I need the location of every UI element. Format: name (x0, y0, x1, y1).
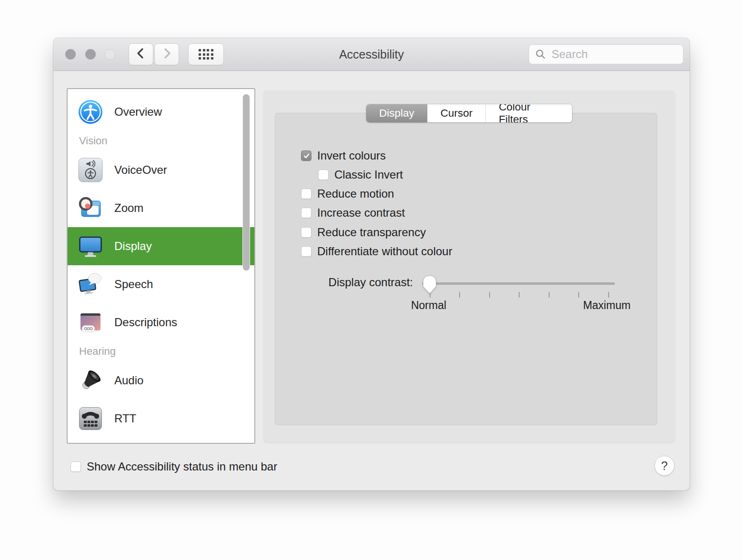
tab-cursor[interactable]: Cursor (427, 104, 486, 122)
sidebar-item-speech[interactable]: Speech (68, 265, 254, 303)
checkbox-row-invert-colours: Invert colours (301, 146, 386, 165)
speech-icon (78, 272, 103, 297)
sidebar-item-label: VoiceOver (114, 163, 167, 177)
display-contrast-slider-track[interactable] (422, 282, 615, 285)
tab-colour-filters[interactable]: Colour Filters (485, 104, 572, 122)
sidebar-item-display[interactable]: Display (68, 227, 254, 265)
tab-label: Display (379, 107, 414, 120)
checkbox-row-classic-invert: Classic Invert (318, 165, 403, 184)
sidebar-item-label: Speech (114, 278, 153, 291)
checkmark-icon (303, 152, 310, 160)
display-settings-panel: Invert colours Classic Invert Reduce mot… (263, 90, 675, 442)
tab-content-box: Invert colours Classic Invert Reduce mot… (275, 113, 657, 425)
checkbox-label: Reduce transparency (317, 226, 426, 239)
search-field[interactable] (529, 44, 683, 64)
classic-invert-checkbox[interactable] (318, 170, 329, 180)
sidebar-item-label: Display (114, 240, 152, 253)
descriptions-icon (78, 310, 103, 335)
slider-tick (549, 292, 550, 298)
display-contrast-label: Display contrast: (329, 276, 413, 289)
tab-label: Cursor (441, 107, 473, 120)
display-icon (78, 234, 103, 259)
footer-status-row: Show Accessibility status in menu bar (70, 460, 277, 473)
checkbox-row-reduce-motion: Reduce motion (301, 184, 394, 203)
increase-contrast-checkbox[interactable] (301, 208, 311, 218)
show-accessibility-status-checkbox[interactable] (70, 461, 81, 472)
accessibility-overview-icon (78, 100, 103, 124)
slider-tick (578, 292, 579, 298)
sidebar-item-label: RTT (114, 412, 136, 425)
footer-status-label: Show Accessibility status in menu bar (87, 460, 277, 473)
checkbox-row-increase-contrast: Increase contrast (301, 203, 405, 222)
checkbox-label: Differentiate without colour (317, 245, 452, 258)
question-mark-icon: ? (661, 459, 668, 473)
slider-tick (459, 292, 460, 298)
rtt-icon (78, 406, 103, 431)
differentiate-without-colour-checkbox[interactable] (301, 246, 311, 257)
audio-icon (78, 368, 103, 393)
sidebar-section-hearing: Hearing (68, 341, 254, 361)
checkbox-label: Reduce motion (317, 187, 394, 200)
sidebar-item-label: Audio (114, 374, 143, 387)
checkbox-label: Classic Invert (334, 168, 403, 181)
slider-tick (519, 292, 520, 298)
reduce-motion-checkbox[interactable] (301, 189, 311, 199)
tab-display[interactable]: Display (366, 104, 427, 122)
help-button[interactable]: ? (654, 456, 674, 476)
display-contrast-slider-thumb[interactable] (422, 275, 437, 294)
slider-min-label: Normal (400, 299, 457, 312)
checkbox-row-differentiate-without-colour: Differentiate without colour (301, 242, 452, 261)
sidebar-item-descriptions[interactable]: Descriptions (68, 303, 254, 341)
sidebar: Overview Vision (67, 88, 255, 444)
sidebar-item-zoom[interactable]: Zoom (68, 189, 254, 227)
search-input[interactable] (551, 47, 677, 61)
sidebar-item-audio[interactable]: Audio (68, 361, 254, 400)
slider-max-label: Maximum (578, 299, 635, 312)
tab-bar: Display Cursor Colour Filters (366, 104, 572, 122)
sidebar-item-voiceover[interactable]: VoiceOver (68, 151, 254, 189)
checkbox-row-reduce-transparency: Reduce transparency (301, 223, 426, 242)
voiceover-icon (78, 158, 103, 182)
slider-tick (489, 292, 490, 298)
zoom-icon (78, 196, 103, 220)
checkbox-label: Increase contrast (317, 206, 405, 220)
sidebar-item-label: Zoom (114, 201, 143, 215)
sidebar-scrollbar-thumb[interactable] (242, 94, 250, 271)
search-icon (535, 49, 546, 60)
slider-tick (608, 292, 609, 298)
preferences-window: Accessibility (53, 38, 690, 490)
reduce-transparency-checkbox[interactable] (301, 227, 311, 238)
sidebar-item-label: Descriptions (114, 316, 177, 329)
sidebar-item-rtt[interactable]: RTT (68, 400, 254, 438)
checkbox-label: Invert colours (317, 149, 386, 162)
invert-colours-checkbox[interactable] (301, 150, 311, 161)
sidebar-section-vision: Vision (68, 131, 254, 151)
titlebar: Accessibility (53, 38, 690, 71)
tab-label: Colour Filters (499, 104, 559, 122)
sidebar-item-label: Overview (114, 105, 162, 119)
sidebar-item-overview[interactable]: Overview (68, 93, 254, 131)
